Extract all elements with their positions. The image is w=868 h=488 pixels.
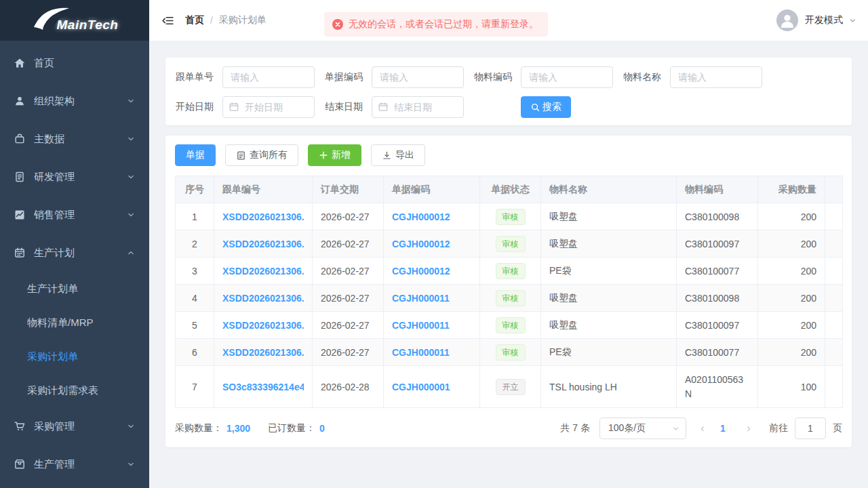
current-page[interactable]: 1 bbox=[713, 423, 732, 434]
cell-material-code: A0201100563N bbox=[677, 366, 758, 408]
order-no-link[interactable]: XSDD2026021306.. bbox=[222, 266, 304, 277]
doc-code-link[interactable]: CGJH000011 bbox=[392, 320, 450, 331]
sidebar-item-production-plan[interactable]: 生产计划 bbox=[0, 234, 149, 272]
cell-status: 审核 bbox=[480, 230, 541, 258]
breadcrumb-separator: / bbox=[210, 15, 213, 26]
cell-trailing bbox=[825, 203, 843, 230]
prev-page-button[interactable]: ‹ bbox=[692, 418, 713, 439]
sidebar-subitem-production-plan-order[interactable]: 生产计划单 bbox=[0, 272, 149, 306]
doc-code-input[interactable] bbox=[372, 66, 464, 88]
chevron-down-icon bbox=[126, 210, 136, 220]
goto-page-input[interactable] bbox=[795, 418, 826, 439]
goto-page: 前往 页 bbox=[769, 418, 842, 439]
cell-seq: 7 bbox=[176, 366, 214, 408]
cell-order-no: XSDD2026021306.. bbox=[214, 312, 313, 339]
chevron-down-icon bbox=[126, 422, 136, 431]
order-no-link[interactable]: XSDD2026021306.. bbox=[222, 239, 304, 249]
avatar bbox=[776, 9, 798, 31]
status-badge: 审核 bbox=[496, 290, 526, 306]
header-material-code: 物料编码 bbox=[677, 176, 758, 203]
order-no-link[interactable]: XSDD2026021306.. bbox=[222, 320, 304, 331]
query-all-button[interactable]: 查询所有 bbox=[225, 144, 298, 166]
cell-status: 审核 bbox=[480, 312, 541, 339]
sidebar-item-master-data[interactable]: 主数据 bbox=[0, 120, 149, 158]
order-no-link[interactable]: SO3c833396214e40 bbox=[222, 382, 304, 392]
cell-trailing bbox=[825, 258, 843, 285]
cell-status: 开立 bbox=[480, 366, 541, 408]
order-no-link[interactable]: XSDD2026021306.. bbox=[222, 293, 304, 304]
sidebar-item-label: 销售管理 bbox=[34, 209, 75, 222]
sidebar-subitem-purchase-plan-order[interactable]: 采购计划单 bbox=[0, 340, 149, 373]
cell-delivery-date: 2026-02-27 bbox=[313, 203, 384, 230]
chevron-down-icon bbox=[126, 96, 136, 106]
cell-delivery-date: 2026-02-27 bbox=[313, 285, 384, 312]
session-error-alert: 无效的会话，或者会话已过期，请重新登录。 bbox=[324, 12, 548, 37]
doc-code-link[interactable]: CGJH000011 bbox=[392, 293, 450, 304]
cell-doc-code: CGJH000012 bbox=[384, 230, 480, 258]
chevron-down-icon bbox=[126, 172, 136, 182]
cell-status: 审核 bbox=[480, 339, 541, 366]
cell-qty: 200 bbox=[758, 312, 825, 339]
sidebar-subitem-purchase-plan-demand[interactable]: 采购计划需求表 bbox=[0, 373, 149, 407]
doc-code-link[interactable]: CGJH000011 bbox=[392, 347, 450, 358]
cell-doc-code: CGJH000011 bbox=[384, 285, 480, 312]
order-no-input[interactable] bbox=[222, 66, 315, 88]
cell-status: 审核 bbox=[480, 203, 541, 230]
sidebar-item-purchasing[interactable]: 采购管理 bbox=[0, 407, 149, 445]
page-size-value: 100条/页 bbox=[608, 422, 646, 434]
goto-page-suffix: 页 bbox=[833, 422, 842, 434]
order-no-link[interactable]: XSDD2026021306.. bbox=[222, 347, 304, 358]
search-button[interactable]: 搜索 bbox=[521, 96, 571, 118]
filter-row-1: 跟单单号 单据编码 物料编码 物料名称 bbox=[175, 66, 842, 88]
cell-material-name: PE袋 bbox=[541, 258, 677, 285]
header-seq: 序号 bbox=[176, 176, 214, 203]
sidebar-item-org[interactable]: 组织架构 bbox=[0, 82, 149, 120]
sidebar-item-home[interactable]: 首页 bbox=[0, 44, 149, 82]
sidebar-item-sales[interactable]: 销售管理 bbox=[0, 196, 149, 234]
next-page-button[interactable]: › bbox=[738, 418, 760, 439]
filter-material-code: 物料编码 bbox=[473, 66, 613, 88]
search-filter-panel: 跟单单号 单据编码 物料编码 物料名称 bbox=[165, 58, 852, 125]
sidebar-item-label: 首页 bbox=[34, 57, 54, 70]
doc-code-link[interactable]: CGJH000001 bbox=[392, 382, 450, 392]
order-no-link[interactable]: XSDD2026021306.. bbox=[222, 211, 304, 222]
status-badge: 审核 bbox=[496, 236, 526, 252]
page-size-select[interactable]: 100条/页 bbox=[599, 418, 686, 439]
page-content: 跟单单号 单据编码 物料编码 物料名称 bbox=[149, 41, 868, 488]
cell-material-name: 吸塑盘 bbox=[541, 285, 677, 312]
swoosh-logo-icon bbox=[33, 5, 71, 33]
doc-code-link[interactable]: CGJH000012 bbox=[392, 239, 450, 249]
order-no-label: 跟单单号 bbox=[175, 71, 214, 83]
user-icon bbox=[14, 95, 26, 107]
cell-seq: 1 bbox=[176, 203, 214, 230]
material-name-label: 物料名称 bbox=[623, 71, 661, 83]
cell-order-no: XSDD2026021306.. bbox=[214, 258, 313, 285]
cell-trailing bbox=[825, 339, 843, 366]
header-status: 单据状态 bbox=[480, 176, 541, 203]
doc-button[interactable]: 单据 bbox=[175, 144, 216, 166]
doc-code-link[interactable]: CGJH000012 bbox=[392, 211, 450, 222]
cell-material-name: 吸塑盘 bbox=[541, 203, 677, 230]
cell-doc-code: CGJH000001 bbox=[384, 366, 480, 408]
doc-code-link[interactable]: CGJH000012 bbox=[392, 266, 450, 277]
fold-menu-icon bbox=[161, 14, 174, 27]
cell-material-code: C380100077 bbox=[677, 339, 758, 366]
export-button[interactable]: 导出 bbox=[371, 144, 425, 166]
table-row: 6 XSDD2026021306.. 2026-02-27 CGJH000011… bbox=[176, 339, 843, 366]
sidebar-collapse-button[interactable] bbox=[161, 14, 174, 27]
status-badge: 审核 bbox=[496, 344, 526, 361]
doc-button-label: 单据 bbox=[186, 149, 205, 161]
material-name-input[interactable] bbox=[670, 66, 762, 88]
sidebar-item-rd[interactable]: 研发管理 bbox=[0, 158, 149, 196]
breadcrumb-home[interactable]: 首页 bbox=[185, 14, 204, 26]
header-qty: 采购数量 bbox=[758, 176, 825, 203]
cell-trailing bbox=[825, 366, 843, 408]
filter-start-date: 开始日期 bbox=[175, 96, 315, 118]
add-button[interactable]: 新增 bbox=[308, 144, 361, 166]
sidebar-item-manufacturing[interactable]: 生产管理 bbox=[0, 445, 149, 483]
filter-actions: 搜索 bbox=[473, 96, 571, 118]
sidebar-subitem-bom-mrp[interactable]: 物料清单/MRP bbox=[0, 306, 149, 340]
user-menu[interactable]: 开发模式 bbox=[776, 9, 857, 31]
material-code-input[interactable] bbox=[521, 66, 613, 88]
table-row: 2 XSDD2026021306.. 2026-02-27 CGJH000012… bbox=[176, 230, 843, 258]
